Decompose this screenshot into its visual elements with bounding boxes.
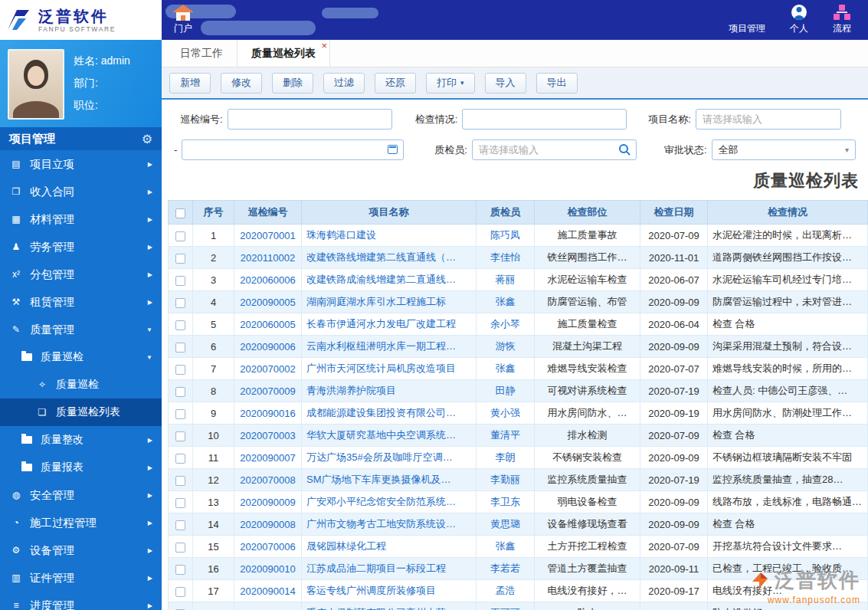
inspector-link[interactable]: 王可可 xyxy=(490,607,520,610)
nav-portal[interactable]: 门户 xyxy=(173,5,193,35)
row-checkbox[interactable] xyxy=(175,587,185,597)
col-header-3[interactable]: 质检员 xyxy=(477,201,535,225)
inspection-code-link[interactable]: 2020070001 xyxy=(240,230,295,241)
nav-personal[interactable]: 个人 xyxy=(790,5,808,35)
print-button[interactable]: 打印▾ xyxy=(426,73,475,93)
inspection-code-link[interactable]: 2020090006 xyxy=(240,341,295,353)
project-name-link[interactable]: 广州市天河区统计局机房改造项目 xyxy=(306,362,456,374)
project-name-link[interactable]: 晟铭园林绿化工程 xyxy=(306,540,386,552)
search-icon[interactable] xyxy=(619,144,631,156)
project-name-link[interactable]: 成都能源建设集团投资有限公司… xyxy=(306,407,456,418)
project-name-link[interactable]: 云南水利枢纽潜明水库一期工程… xyxy=(306,340,456,352)
col-header-1[interactable]: 巡检编号 xyxy=(234,201,302,225)
project-name-link[interactable]: 改建铁路线增建第二线直通线（… xyxy=(306,251,456,263)
inspector-link[interactable]: 李佳怡 xyxy=(490,251,520,263)
inspector-link[interactable]: 张鑫 xyxy=(496,540,516,552)
row-checkbox[interactable] xyxy=(175,520,185,530)
inspection-code-link[interactable]: 2020060005 xyxy=(240,319,295,330)
row-checkbox[interactable] xyxy=(175,476,185,486)
sidebar-item-construction-process[interactable]: ◔施工过程管理▶ xyxy=(0,509,162,536)
sidebar-item-certificate-management[interactable]: ▥证件管理▶ xyxy=(0,564,162,592)
col-header-2[interactable]: 项目名称 xyxy=(302,201,477,225)
sidebar-item-safety-management[interactable]: ◍安全管理▶ xyxy=(0,481,162,509)
inspection-code-link[interactable]: 2020070002 xyxy=(240,363,295,375)
project-name-link[interactable]: 广安邓小平纪念馆安全防范系统… xyxy=(306,496,456,507)
row-checkbox[interactable] xyxy=(175,320,185,330)
inspector-link[interactable]: 蒋丽 xyxy=(496,274,516,285)
sidebar-item-quality-inspection-group[interactable]: 质量巡检▼ xyxy=(0,343,162,371)
inspector-link[interactable]: 张鑫 xyxy=(496,296,516,307)
inspector-link[interactable]: 李朗 xyxy=(496,451,516,463)
row-checkbox[interactable] xyxy=(175,387,185,397)
tab-quality-inspection-list[interactable]: 质量巡检列表× xyxy=(237,40,330,67)
row-checkbox[interactable] xyxy=(175,431,185,441)
project-name-link[interactable]: 湖南洞庭湖水库引水工程施工标 xyxy=(306,296,446,307)
inspector-input[interactable] xyxy=(472,139,637,160)
row-checkbox[interactable] xyxy=(175,254,185,264)
inspector-link[interactable]: 田静 xyxy=(496,385,516,396)
inspection-code-link[interactable]: 2020070008 xyxy=(240,474,295,486)
sidebar-section-header[interactable]: 项目管理 ⚙ xyxy=(0,127,162,150)
inspection-code-link[interactable]: 2020040002 xyxy=(240,608,295,610)
project-name-link[interactable]: SM广场地下车库更换摄像机及… xyxy=(306,474,451,485)
inspector-link[interactable]: 游恢 xyxy=(496,340,516,352)
nav-project-management[interactable]: 项目管理 xyxy=(729,5,765,35)
project-name-link[interactable]: 华软大厦研究基地中央空调系统… xyxy=(306,429,456,441)
inspection-code-link[interactable]: 2020090010 xyxy=(240,563,295,575)
add-button[interactable]: 新增 xyxy=(169,73,211,93)
row-checkbox[interactable] xyxy=(175,231,185,241)
inspector-link[interactable]: 李勤丽 xyxy=(490,474,520,485)
sidebar-item-labor-management[interactable]: ♟劳务管理▶ xyxy=(0,233,162,261)
approval-status-select[interactable]: 全部 ▾ xyxy=(712,139,856,160)
inspection-code-link[interactable]: 2020090008 xyxy=(240,519,295,530)
row-checkbox[interactable] xyxy=(175,409,185,419)
row-checkbox[interactable] xyxy=(175,298,185,308)
inspection-code-link[interactable]: 2020090007 xyxy=(240,452,295,464)
edit-button[interactable]: 修改 xyxy=(221,73,262,93)
project-name-link[interactable]: 江苏成品油二期项目一标段工程 xyxy=(306,562,446,574)
inspector-link[interactable]: 李若若 xyxy=(490,562,520,574)
project-name-input[interactable] xyxy=(696,109,841,130)
inspection-code-link[interactable]: 2020090014 xyxy=(240,585,295,597)
project-name-link[interactable]: 长春市伊通河水力发电厂改建工程 xyxy=(306,318,456,330)
sidebar-item-project-initiation[interactable]: ▤项目立项▶ xyxy=(0,150,162,178)
row-checkbox[interactable] xyxy=(175,565,185,575)
project-name-link[interactable]: 青海洪湖养护院项目 xyxy=(306,385,396,396)
inspector-link[interactable]: 孟浩 xyxy=(496,585,516,596)
col-header-5[interactable]: 检查日期 xyxy=(640,201,708,225)
inspection-code-link[interactable]: 2020070009 xyxy=(240,385,295,397)
sidebar-item-equipment-management[interactable]: ⚙设备管理▶ xyxy=(0,536,162,564)
inspector-link[interactable]: 黄小强 xyxy=(490,407,520,418)
sidebar-item-quality-rectification[interactable]: 质量整改▶ xyxy=(0,426,162,454)
col-header-4[interactable]: 检查部位 xyxy=(535,201,640,225)
inspection-no-input[interactable] xyxy=(228,109,392,130)
delete-button[interactable]: 删除 xyxy=(272,73,313,93)
row-checkbox[interactable] xyxy=(175,365,185,375)
situation-input[interactable] xyxy=(462,109,627,130)
row-checkbox[interactable] xyxy=(175,498,185,508)
inspection-code-link[interactable]: 2020090016 xyxy=(240,408,295,419)
gear-icon[interactable]: ⚙ xyxy=(142,132,152,146)
sidebar-item-material-management[interactable]: ▦材料管理▶ xyxy=(0,205,162,233)
restore-button[interactable]: 还原 xyxy=(375,73,416,93)
sidebar-item-progress-management[interactable]: ≡进度管理▶ xyxy=(0,592,162,610)
sidebar-item-lease-management[interactable]: ⚒租赁管理▶ xyxy=(0,288,162,316)
sidebar-item-subcontract-management[interactable]: x²分包管理▶ xyxy=(0,261,162,288)
sidebar-item-quality-management[interactable]: ✎质量管理▼ xyxy=(0,316,162,343)
row-checkbox[interactable] xyxy=(175,276,185,286)
check-date-input[interactable] xyxy=(182,139,404,160)
project-name-link[interactable]: 珠海鹤港口建设 xyxy=(306,229,376,241)
inspection-code-link[interactable]: 2020070003 xyxy=(240,430,295,441)
col-header-6[interactable]: 检查情况 xyxy=(708,201,868,225)
sidebar-item-quality-report[interactable]: 质量报表▶ xyxy=(0,454,162,481)
calendar-icon[interactable] xyxy=(388,145,398,154)
row-checkbox[interactable] xyxy=(175,343,185,353)
project-name-link[interactable]: 重庆太极制药有限公司亳州中药… xyxy=(306,607,456,610)
sidebar-item-quality-inspection[interactable]: ✧质量巡检 xyxy=(0,371,162,398)
inspector-link[interactable]: 黄思璐 xyxy=(490,518,520,530)
sidebar-item-quality-inspection-list[interactable]: ❏质量巡检列表 xyxy=(0,398,162,426)
filter-button[interactable]: 过滤 xyxy=(323,73,365,93)
inspection-code-link[interactable]: 2020110002 xyxy=(241,252,295,264)
project-name-link[interactable]: 客运专线广州调度所装修项目 xyxy=(306,585,436,596)
inspector-link[interactable]: 余小琴 xyxy=(490,318,520,330)
